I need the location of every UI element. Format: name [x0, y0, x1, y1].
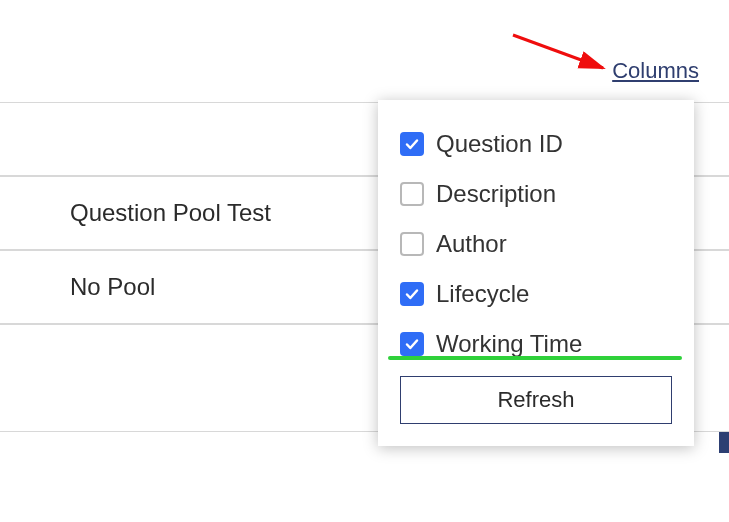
checkbox-checked-icon: [400, 132, 424, 156]
annotation-arrow: [508, 30, 618, 85]
row-label: No Pool: [0, 273, 155, 301]
column-option-label: Question ID: [436, 130, 563, 158]
column-option-author[interactable]: Author: [400, 220, 672, 270]
svg-line-0: [513, 35, 603, 68]
checkbox-checked-icon: [400, 332, 424, 356]
column-option-description[interactable]: Description: [400, 170, 672, 220]
row-label: Question Pool Test: [0, 199, 271, 227]
checkbox-unchecked-icon: [400, 232, 424, 256]
column-option-label: Author: [436, 230, 507, 258]
checkbox-unchecked-icon: [400, 182, 424, 206]
column-option-label: Description: [436, 180, 556, 208]
column-option-working-time[interactable]: Working Time: [400, 320, 672, 370]
checkbox-checked-icon: [400, 282, 424, 306]
column-option-lifecycle[interactable]: Lifecycle: [400, 270, 672, 320]
column-option-label: Lifecycle: [436, 280, 529, 308]
column-option-question-id[interactable]: Question ID: [400, 120, 672, 170]
refresh-button[interactable]: Refresh: [400, 376, 672, 424]
column-option-label: Working Time: [436, 330, 582, 358]
columns-link[interactable]: Columns: [612, 58, 699, 84]
columns-dropdown: Question ID Description Author Lifecycle…: [378, 100, 694, 446]
